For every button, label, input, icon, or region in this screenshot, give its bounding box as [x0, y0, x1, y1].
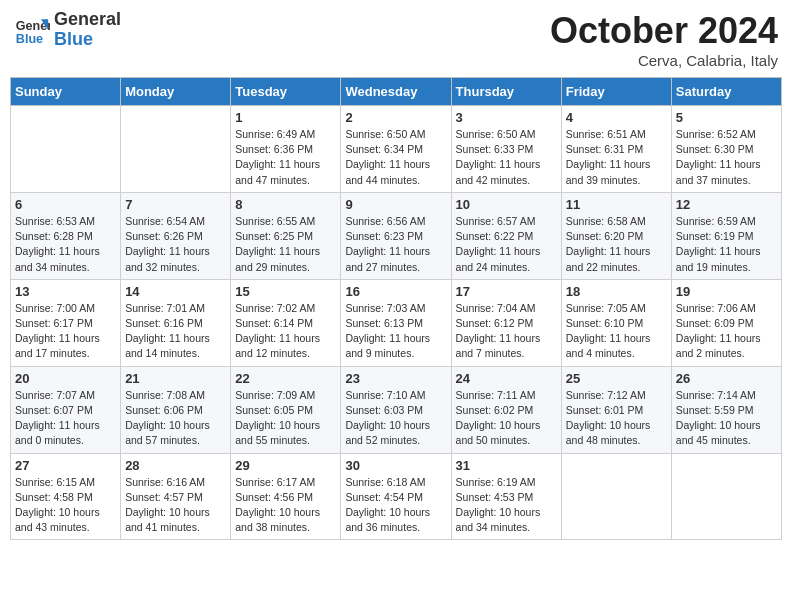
day-number: 19 — [676, 284, 777, 299]
day-info: Sunrise: 7:12 AM Sunset: 6:01 PM Dayligh… — [566, 388, 667, 449]
week-row-5: 27Sunrise: 6:15 AM Sunset: 4:58 PM Dayli… — [11, 453, 782, 540]
calendar-cell — [561, 453, 671, 540]
day-number: 16 — [345, 284, 446, 299]
day-number: 28 — [125, 458, 226, 473]
day-info: Sunrise: 6:50 AM Sunset: 6:34 PM Dayligh… — [345, 127, 446, 188]
day-number: 24 — [456, 371, 557, 386]
week-row-1: 1Sunrise: 6:49 AM Sunset: 6:36 PM Daylig… — [11, 106, 782, 193]
day-number: 10 — [456, 197, 557, 212]
day-number: 27 — [15, 458, 116, 473]
day-info: Sunrise: 6:59 AM Sunset: 6:19 PM Dayligh… — [676, 214, 777, 275]
calendar-cell: 8Sunrise: 6:55 AM Sunset: 6:25 PM Daylig… — [231, 192, 341, 279]
day-number: 11 — [566, 197, 667, 212]
day-header-tuesday: Tuesday — [231, 78, 341, 106]
day-info: Sunrise: 6:16 AM Sunset: 4:57 PM Dayligh… — [125, 475, 226, 536]
day-number: 9 — [345, 197, 446, 212]
calendar-cell: 13Sunrise: 7:00 AM Sunset: 6:17 PM Dayli… — [11, 279, 121, 366]
calendar-cell: 15Sunrise: 7:02 AM Sunset: 6:14 PM Dayli… — [231, 279, 341, 366]
logo: General Blue General Blue — [14, 10, 121, 50]
day-info: Sunrise: 7:02 AM Sunset: 6:14 PM Dayligh… — [235, 301, 336, 362]
day-header-friday: Friday — [561, 78, 671, 106]
week-row-4: 20Sunrise: 7:07 AM Sunset: 6:07 PM Dayli… — [11, 366, 782, 453]
day-info: Sunrise: 7:07 AM Sunset: 6:07 PM Dayligh… — [15, 388, 116, 449]
day-info: Sunrise: 7:09 AM Sunset: 6:05 PM Dayligh… — [235, 388, 336, 449]
calendar-cell: 23Sunrise: 7:10 AM Sunset: 6:03 PM Dayli… — [341, 366, 451, 453]
month-title: October 2024 — [550, 10, 778, 52]
day-number: 13 — [15, 284, 116, 299]
day-number: 20 — [15, 371, 116, 386]
calendar-table: SundayMondayTuesdayWednesdayThursdayFrid… — [10, 77, 782, 540]
calendar-cell: 9Sunrise: 6:56 AM Sunset: 6:23 PM Daylig… — [341, 192, 451, 279]
calendar-cell: 7Sunrise: 6:54 AM Sunset: 6:26 PM Daylig… — [121, 192, 231, 279]
calendar-cell: 16Sunrise: 7:03 AM Sunset: 6:13 PM Dayli… — [341, 279, 451, 366]
calendar-body: 1Sunrise: 6:49 AM Sunset: 6:36 PM Daylig… — [11, 106, 782, 540]
week-row-3: 13Sunrise: 7:00 AM Sunset: 6:17 PM Dayli… — [11, 279, 782, 366]
day-number: 7 — [125, 197, 226, 212]
day-info: Sunrise: 7:14 AM Sunset: 5:59 PM Dayligh… — [676, 388, 777, 449]
title-block: October 2024 Cerva, Calabria, Italy — [550, 10, 778, 69]
calendar-cell: 25Sunrise: 7:12 AM Sunset: 6:01 PM Dayli… — [561, 366, 671, 453]
day-info: Sunrise: 6:55 AM Sunset: 6:25 PM Dayligh… — [235, 214, 336, 275]
calendar-cell: 5Sunrise: 6:52 AM Sunset: 6:30 PM Daylig… — [671, 106, 781, 193]
day-info: Sunrise: 7:06 AM Sunset: 6:09 PM Dayligh… — [676, 301, 777, 362]
calendar-cell: 31Sunrise: 6:19 AM Sunset: 4:53 PM Dayli… — [451, 453, 561, 540]
day-number: 29 — [235, 458, 336, 473]
day-info: Sunrise: 7:03 AM Sunset: 6:13 PM Dayligh… — [345, 301, 446, 362]
day-info: Sunrise: 6:49 AM Sunset: 6:36 PM Dayligh… — [235, 127, 336, 188]
day-number: 6 — [15, 197, 116, 212]
day-number: 25 — [566, 371, 667, 386]
day-info: Sunrise: 7:11 AM Sunset: 6:02 PM Dayligh… — [456, 388, 557, 449]
day-info: Sunrise: 7:05 AM Sunset: 6:10 PM Dayligh… — [566, 301, 667, 362]
day-number: 2 — [345, 110, 446, 125]
calendar-cell: 10Sunrise: 6:57 AM Sunset: 6:22 PM Dayli… — [451, 192, 561, 279]
day-info: Sunrise: 6:50 AM Sunset: 6:33 PM Dayligh… — [456, 127, 557, 188]
day-info: Sunrise: 7:04 AM Sunset: 6:12 PM Dayligh… — [456, 301, 557, 362]
day-number: 5 — [676, 110, 777, 125]
calendar-cell: 17Sunrise: 7:04 AM Sunset: 6:12 PM Dayli… — [451, 279, 561, 366]
day-number: 8 — [235, 197, 336, 212]
calendar-cell: 30Sunrise: 6:18 AM Sunset: 4:54 PM Dayli… — [341, 453, 451, 540]
day-info: Sunrise: 6:57 AM Sunset: 6:22 PM Dayligh… — [456, 214, 557, 275]
day-number: 21 — [125, 371, 226, 386]
day-info: Sunrise: 6:51 AM Sunset: 6:31 PM Dayligh… — [566, 127, 667, 188]
day-number: 26 — [676, 371, 777, 386]
day-number: 12 — [676, 197, 777, 212]
calendar-cell: 22Sunrise: 7:09 AM Sunset: 6:05 PM Dayli… — [231, 366, 341, 453]
day-info: Sunrise: 6:17 AM Sunset: 4:56 PM Dayligh… — [235, 475, 336, 536]
calendar-cell: 3Sunrise: 6:50 AM Sunset: 6:33 PM Daylig… — [451, 106, 561, 193]
calendar-cell: 1Sunrise: 6:49 AM Sunset: 6:36 PM Daylig… — [231, 106, 341, 193]
day-number: 18 — [566, 284, 667, 299]
page-header: General Blue General Blue October 2024 C… — [10, 10, 782, 69]
day-info: Sunrise: 6:58 AM Sunset: 6:20 PM Dayligh… — [566, 214, 667, 275]
calendar-cell: 4Sunrise: 6:51 AM Sunset: 6:31 PM Daylig… — [561, 106, 671, 193]
day-info: Sunrise: 7:00 AM Sunset: 6:17 PM Dayligh… — [15, 301, 116, 362]
day-header-monday: Monday — [121, 78, 231, 106]
logo-icon: General Blue — [14, 12, 50, 48]
day-info: Sunrise: 6:19 AM Sunset: 4:53 PM Dayligh… — [456, 475, 557, 536]
calendar-cell: 12Sunrise: 6:59 AM Sunset: 6:19 PM Dayli… — [671, 192, 781, 279]
calendar-cell — [121, 106, 231, 193]
location-subtitle: Cerva, Calabria, Italy — [550, 52, 778, 69]
day-header-wednesday: Wednesday — [341, 78, 451, 106]
day-number: 23 — [345, 371, 446, 386]
calendar-cell: 18Sunrise: 7:05 AM Sunset: 6:10 PM Dayli… — [561, 279, 671, 366]
day-header-saturday: Saturday — [671, 78, 781, 106]
calendar-cell — [11, 106, 121, 193]
day-info: Sunrise: 7:10 AM Sunset: 6:03 PM Dayligh… — [345, 388, 446, 449]
day-number: 17 — [456, 284, 557, 299]
day-header-sunday: Sunday — [11, 78, 121, 106]
day-info: Sunrise: 6:15 AM Sunset: 4:58 PM Dayligh… — [15, 475, 116, 536]
logo-text: General Blue — [54, 10, 121, 50]
calendar-cell: 29Sunrise: 6:17 AM Sunset: 4:56 PM Dayli… — [231, 453, 341, 540]
day-number: 30 — [345, 458, 446, 473]
day-info: Sunrise: 6:18 AM Sunset: 4:54 PM Dayligh… — [345, 475, 446, 536]
calendar-cell: 14Sunrise: 7:01 AM Sunset: 6:16 PM Dayli… — [121, 279, 231, 366]
calendar-cell: 21Sunrise: 7:08 AM Sunset: 6:06 PM Dayli… — [121, 366, 231, 453]
calendar-header: SundayMondayTuesdayWednesdayThursdayFrid… — [11, 78, 782, 106]
day-number: 1 — [235, 110, 336, 125]
calendar-cell: 28Sunrise: 6:16 AM Sunset: 4:57 PM Dayli… — [121, 453, 231, 540]
day-info: Sunrise: 6:54 AM Sunset: 6:26 PM Dayligh… — [125, 214, 226, 275]
calendar-cell: 20Sunrise: 7:07 AM Sunset: 6:07 PM Dayli… — [11, 366, 121, 453]
day-number: 14 — [125, 284, 226, 299]
calendar-cell — [671, 453, 781, 540]
